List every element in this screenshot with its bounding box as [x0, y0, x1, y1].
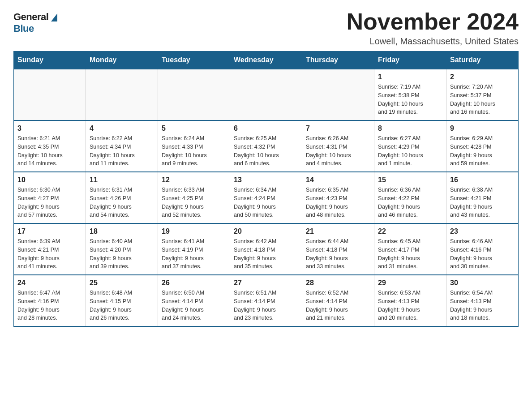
- day-number: 5: [162, 124, 226, 133]
- calendar-week-4: 17Sunrise: 6:39 AM Sunset: 4:21 PM Dayli…: [14, 223, 519, 275]
- calendar-table: SundayMondayTuesdayWednesdayThursdayFrid…: [13, 51, 519, 327]
- calendar-cell-0-3: [230, 69, 302, 120]
- day-number: 18: [90, 227, 154, 235]
- day-number: 12: [162, 176, 226, 184]
- calendar-cell-0-6: 2Sunrise: 7:20 AM Sunset: 5:37 PM Daylig…: [446, 69, 519, 120]
- header-sunday: Sunday: [14, 51, 86, 69]
- calendar-cell-4-5: 29Sunrise: 6:53 AM Sunset: 4:13 PM Dayli…: [374, 275, 446, 326]
- calendar-cell-0-2: [158, 69, 230, 120]
- day-info: Sunrise: 6:29 AM Sunset: 4:28 PM Dayligh…: [450, 134, 515, 168]
- calendar-cell-2-1: 11Sunrise: 6:31 AM Sunset: 4:26 PM Dayli…: [86, 172, 158, 223]
- day-number: 29: [378, 279, 442, 287]
- day-number: 2: [450, 73, 515, 81]
- day-number: 6: [234, 124, 298, 133]
- day-number: 17: [17, 227, 82, 235]
- page-header: General Blue November 2024 Lowell, Massa…: [13, 9, 519, 47]
- header-monday: Monday: [86, 51, 158, 69]
- day-info: Sunrise: 6:51 AM Sunset: 4:14 PM Dayligh…: [234, 289, 298, 322]
- day-info: Sunrise: 6:52 AM Sunset: 4:14 PM Dayligh…: [306, 289, 370, 322]
- calendar-cell-0-0: [14, 69, 86, 120]
- day-number: 4: [90, 124, 154, 133]
- title-section: November 2024 Lowell, Massachusetts, Uni…: [347, 9, 519, 47]
- day-info: Sunrise: 6:46 AM Sunset: 4:16 PM Dayligh…: [450, 237, 515, 271]
- day-info: Sunrise: 6:24 AM Sunset: 4:33 PM Dayligh…: [162, 134, 226, 168]
- day-number: 13: [234, 176, 298, 184]
- calendar-cell-3-3: 20Sunrise: 6:42 AM Sunset: 4:18 PM Dayli…: [230, 223, 302, 275]
- calendar-cell-2-3: 13Sunrise: 6:34 AM Sunset: 4:24 PM Dayli…: [230, 172, 302, 223]
- day-info: Sunrise: 6:25 AM Sunset: 4:32 PM Dayligh…: [234, 134, 298, 168]
- day-info: Sunrise: 6:31 AM Sunset: 4:26 PM Dayligh…: [90, 186, 154, 219]
- calendar-cell-0-4: [302, 69, 374, 120]
- day-info: Sunrise: 7:20 AM Sunset: 5:37 PM Dayligh…: [450, 83, 515, 116]
- calendar-cell-2-5: 15Sunrise: 6:36 AM Sunset: 4:22 PM Dayli…: [374, 172, 446, 223]
- day-info: Sunrise: 6:44 AM Sunset: 4:18 PM Dayligh…: [306, 237, 370, 271]
- day-number: 9: [450, 124, 515, 133]
- calendar-cell-2-6: 16Sunrise: 6:38 AM Sunset: 4:21 PM Dayli…: [446, 172, 519, 223]
- calendar-cell-4-6: 30Sunrise: 6:54 AM Sunset: 4:13 PM Dayli…: [446, 275, 519, 326]
- calendar-cell-2-0: 10Sunrise: 6:30 AM Sunset: 4:27 PM Dayli…: [14, 172, 86, 223]
- calendar-cell-3-1: 18Sunrise: 6:40 AM Sunset: 4:20 PM Dayli…: [86, 223, 158, 275]
- day-info: Sunrise: 7:19 AM Sunset: 5:38 PM Dayligh…: [378, 83, 442, 116]
- calendar-week-1: 1Sunrise: 7:19 AM Sunset: 5:38 PM Daylig…: [14, 69, 519, 120]
- day-number: 21: [306, 227, 370, 235]
- day-number: 16: [450, 176, 515, 184]
- day-info: Sunrise: 6:33 AM Sunset: 4:25 PM Dayligh…: [162, 186, 226, 219]
- calendar-cell-2-4: 14Sunrise: 6:35 AM Sunset: 4:23 PM Dayli…: [302, 172, 374, 223]
- day-number: 23: [450, 227, 515, 235]
- day-info: Sunrise: 6:22 AM Sunset: 4:34 PM Dayligh…: [90, 134, 154, 168]
- calendar-week-2: 3Sunrise: 6:21 AM Sunset: 4:35 PM Daylig…: [14, 120, 519, 172]
- calendar-cell-1-1: 4Sunrise: 6:22 AM Sunset: 4:34 PM Daylig…: [86, 120, 158, 172]
- day-number: 19: [162, 227, 226, 235]
- header-saturday: Saturday: [446, 51, 519, 69]
- subtitle: Lowell, Massachusetts, United States: [347, 36, 519, 47]
- day-info: Sunrise: 6:53 AM Sunset: 4:13 PM Dayligh…: [378, 289, 442, 322]
- calendar-cell-3-2: 19Sunrise: 6:41 AM Sunset: 4:19 PM Dayli…: [158, 223, 230, 275]
- calendar-cell-4-3: 27Sunrise: 6:51 AM Sunset: 4:14 PM Dayli…: [230, 275, 302, 326]
- day-number: 8: [378, 124, 442, 133]
- day-info: Sunrise: 6:26 AM Sunset: 4:31 PM Dayligh…: [306, 134, 370, 168]
- calendar-cell-1-6: 9Sunrise: 6:29 AM Sunset: 4:28 PM Daylig…: [446, 120, 519, 172]
- day-number: 15: [378, 176, 442, 184]
- day-number: 30: [450, 279, 515, 287]
- calendar-header-row: SundayMondayTuesdayWednesdayThursdayFrid…: [14, 51, 519, 69]
- calendar-cell-1-0: 3Sunrise: 6:21 AM Sunset: 4:35 PM Daylig…: [14, 120, 86, 172]
- day-info: Sunrise: 6:47 AM Sunset: 4:16 PM Dayligh…: [17, 289, 82, 322]
- calendar-week-3: 10Sunrise: 6:30 AM Sunset: 4:27 PM Dayli…: [14, 172, 519, 223]
- day-info: Sunrise: 6:54 AM Sunset: 4:13 PM Dayligh…: [450, 289, 515, 322]
- day-number: 20: [234, 227, 298, 235]
- calendar-week-5: 24Sunrise: 6:47 AM Sunset: 4:16 PM Dayli…: [14, 275, 519, 326]
- calendar-cell-3-6: 23Sunrise: 6:46 AM Sunset: 4:16 PM Dayli…: [446, 223, 519, 275]
- calendar-cell-4-4: 28Sunrise: 6:52 AM Sunset: 4:14 PM Dayli…: [302, 275, 374, 326]
- day-info: Sunrise: 6:36 AM Sunset: 4:22 PM Dayligh…: [378, 186, 442, 219]
- header-thursday: Thursday: [302, 51, 374, 69]
- day-number: 22: [378, 227, 442, 235]
- calendar-cell-0-1: [86, 69, 158, 120]
- day-number: 28: [306, 279, 370, 287]
- day-number: 7: [306, 124, 370, 133]
- day-number: 26: [162, 279, 226, 287]
- day-info: Sunrise: 6:48 AM Sunset: 4:15 PM Dayligh…: [90, 289, 154, 322]
- calendar-cell-0-5: 1Sunrise: 7:19 AM Sunset: 5:38 PM Daylig…: [374, 69, 446, 120]
- calendar-cell-1-3: 6Sunrise: 6:25 AM Sunset: 4:32 PM Daylig…: [230, 120, 302, 172]
- day-number: 3: [17, 124, 82, 133]
- calendar-cell-2-2: 12Sunrise: 6:33 AM Sunset: 4:25 PM Dayli…: [158, 172, 230, 223]
- day-number: 10: [17, 176, 82, 184]
- logo-general-text: General: [13, 11, 48, 23]
- header-wednesday: Wednesday: [230, 51, 302, 69]
- day-info: Sunrise: 6:27 AM Sunset: 4:29 PM Dayligh…: [378, 134, 442, 168]
- header-friday: Friday: [374, 51, 446, 69]
- header-tuesday: Tuesday: [158, 51, 230, 69]
- day-info: Sunrise: 6:34 AM Sunset: 4:24 PM Dayligh…: [234, 186, 298, 219]
- day-number: 27: [234, 279, 298, 287]
- logo-blue-text: Blue: [13, 23, 34, 34]
- logo: General Blue: [13, 9, 57, 34]
- day-info: Sunrise: 6:21 AM Sunset: 4:35 PM Dayligh…: [17, 134, 82, 168]
- calendar-cell-3-5: 22Sunrise: 6:45 AM Sunset: 4:17 PM Dayli…: [374, 223, 446, 275]
- page-title: November 2024: [347, 9, 519, 34]
- day-info: Sunrise: 6:40 AM Sunset: 4:20 PM Dayligh…: [90, 237, 154, 271]
- day-number: 11: [90, 176, 154, 184]
- day-info: Sunrise: 6:35 AM Sunset: 4:23 PM Dayligh…: [306, 186, 370, 219]
- calendar-cell-4-1: 25Sunrise: 6:48 AM Sunset: 4:15 PM Dayli…: [86, 275, 158, 326]
- calendar-cell-1-5: 8Sunrise: 6:27 AM Sunset: 4:29 PM Daylig…: [374, 120, 446, 172]
- calendar-cell-4-0: 24Sunrise: 6:47 AM Sunset: 4:16 PM Dayli…: [14, 275, 86, 326]
